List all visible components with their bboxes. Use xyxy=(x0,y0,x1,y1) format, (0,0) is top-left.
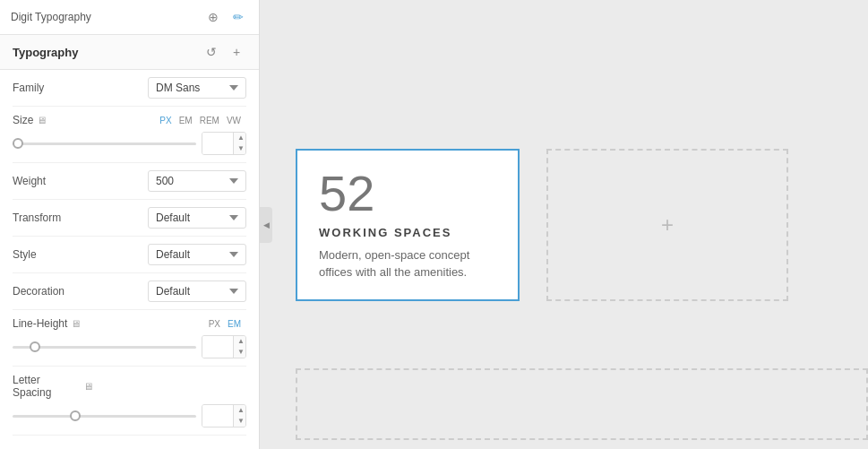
bottom-dashed-placeholder xyxy=(296,368,868,440)
letterspacing-spinner: ▲ ▼ xyxy=(233,405,246,427)
left-panel: Digit Typography ⊕ ✏ Typography ↺ + Fami… xyxy=(0,0,260,449)
size-spin-up[interactable]: ▲ xyxy=(234,133,246,143)
transform-select[interactable]: Default Uppercase Lowercase Capitalize xyxy=(148,207,246,229)
weight-select[interactable]: 100 200 300 400 500 600 700 800 900 xyxy=(148,170,246,192)
lh-unit-em[interactable]: EM xyxy=(226,318,243,330)
size-units: PX EM REM VW xyxy=(158,115,243,126)
family-select[interactable]: DM Sans Arial Roboto Open Sans Lato xyxy=(148,77,246,99)
size-number-input[interactable] xyxy=(202,133,233,154)
lineheight-slider[interactable] xyxy=(13,346,196,349)
letterspacing-label: Letter Spacing 🖥 xyxy=(13,374,93,399)
empty-card[interactable]: + xyxy=(546,149,788,301)
size-input-box: ▲ ▼ xyxy=(202,132,246,155)
lh-unit-px[interactable]: PX xyxy=(207,318,222,330)
ls-spin-down[interactable]: ▼ xyxy=(234,416,246,427)
lineheight-spinner: ▲ ▼ xyxy=(233,336,246,358)
size-label: Size 🖥 xyxy=(13,114,93,126)
letterspacing-input-box: ▲ ▼ xyxy=(202,404,246,427)
size-row-top: Size 🖥 PX EM REM VW xyxy=(13,114,246,126)
letterspacing-slider[interactable] xyxy=(13,415,196,418)
size-row-bottom: ▲ ▼ xyxy=(13,132,246,155)
lineheight-units: PX EM xyxy=(207,318,243,330)
unit-em[interactable]: EM xyxy=(177,115,194,126)
size-slider-container xyxy=(13,134,196,152)
transform-control: Default Uppercase Lowercase Capitalize xyxy=(93,207,246,229)
add-block-icon: + xyxy=(661,212,674,237)
unit-px[interactable]: PX xyxy=(158,115,173,126)
letterspacing-number-input[interactable] xyxy=(202,405,233,427)
collapse-chevron-icon: ◀ xyxy=(263,220,270,229)
decoration-label: Decoration xyxy=(13,285,93,298)
size-slider[interactable] xyxy=(13,142,196,145)
pencil-icon: ✏ xyxy=(233,10,244,24)
lineheight-row: Line-Height 🖥 PX EM ▲ ▼ xyxy=(13,310,246,367)
add-button[interactable]: + xyxy=(227,42,246,62)
monitor-icon-lh: 🖥 xyxy=(71,318,81,329)
family-row: Family DM Sans Arial Roboto Open Sans La… xyxy=(13,70,246,107)
lh-spin-down[interactable]: ▼ xyxy=(234,347,246,358)
ls-spin-up[interactable]: ▲ xyxy=(234,405,246,416)
lineheight-row-bottom: ▲ ▼ xyxy=(13,335,246,358)
decoration-row: Decoration Default Underline Overline Li… xyxy=(13,273,246,310)
content-card[interactable]: 52 WORKING SPACES Modern, open-space con… xyxy=(296,149,520,301)
card-subtitle: WORKING SPACES xyxy=(319,226,496,239)
lineheight-number-input[interactable] xyxy=(202,336,233,358)
style-control: Default Italic Oblique xyxy=(93,244,246,265)
lh-spin-up[interactable]: ▲ xyxy=(234,336,246,347)
weight-row: Weight 100 200 300 400 500 600 700 800 9… xyxy=(13,163,246,200)
family-control: DM Sans Arial Roboto Open Sans Lato xyxy=(93,77,246,99)
decoration-control: Default Underline Overline Line-through xyxy=(93,281,246,302)
weight-label: Weight xyxy=(13,175,93,187)
letterspacing-row: Letter Spacing 🖥 ▲ ▼ xyxy=(13,367,246,436)
globe-icon: ⊕ xyxy=(208,10,219,24)
monitor-icon-size: 🖥 xyxy=(37,115,47,125)
lineheight-input-box: ▲ ▼ xyxy=(202,335,246,358)
globe-icon-btn[interactable]: ⊕ xyxy=(203,7,223,27)
card-text: Modern, open-space concept offices with … xyxy=(319,246,496,281)
collapse-handle[interactable]: ◀ xyxy=(260,207,272,243)
letterspacing-row-bottom: ▲ ▼ xyxy=(13,404,246,427)
monitor-icon-ls: 🖥 xyxy=(83,381,93,392)
form-section: Family DM Sans Arial Roboto Open Sans La… xyxy=(0,70,259,449)
transform-row: Transform Default Uppercase Lowercase Ca… xyxy=(13,200,246,237)
lineheight-label: Line-Height 🖥 xyxy=(13,317,93,330)
style-select[interactable]: Default Italic Oblique xyxy=(148,244,246,265)
edit-icon-btn[interactable]: ✏ xyxy=(228,7,248,27)
unit-vw[interactable]: VW xyxy=(225,115,243,126)
reset-button[interactable]: ↺ xyxy=(202,42,221,62)
decoration-select[interactable]: Default Underline Overline Line-through xyxy=(148,281,246,302)
panel-header-top: Digit Typography ⊕ ✏ xyxy=(0,0,259,35)
letterspacing-row-top: Letter Spacing 🖥 xyxy=(13,374,246,399)
panel-top-title: Digit Typography xyxy=(11,11,91,23)
size-spinner: ▲ ▼ xyxy=(233,133,246,154)
style-row: Style Default Italic Oblique xyxy=(13,237,246,273)
transform-label: Transform xyxy=(13,212,93,224)
size-row: Size 🖥 PX EM REM VW ▲ ▼ xyxy=(13,107,246,163)
lineheight-slider-container xyxy=(13,338,196,356)
typography-actions: ↺ + xyxy=(202,42,246,62)
lineheight-row-top: Line-Height 🖥 PX EM xyxy=(13,317,246,330)
typography-header: Typography ↺ + xyxy=(0,35,259,70)
size-spin-down[interactable]: ▼ xyxy=(234,143,246,154)
family-label: Family xyxy=(13,82,93,94)
right-area: ◀ 52 WORKING SPACES Modern, open-space c… xyxy=(260,0,868,449)
unit-rem[interactable]: REM xyxy=(198,115,221,126)
panel-header-icons: ⊕ ✏ xyxy=(203,7,248,27)
card-number: 52 xyxy=(319,168,496,219)
style-label: Style xyxy=(13,248,93,261)
weight-control: 100 200 300 400 500 600 700 800 900 xyxy=(93,170,246,192)
typography-title: Typography xyxy=(13,46,78,59)
letterspacing-slider-container xyxy=(13,407,196,425)
